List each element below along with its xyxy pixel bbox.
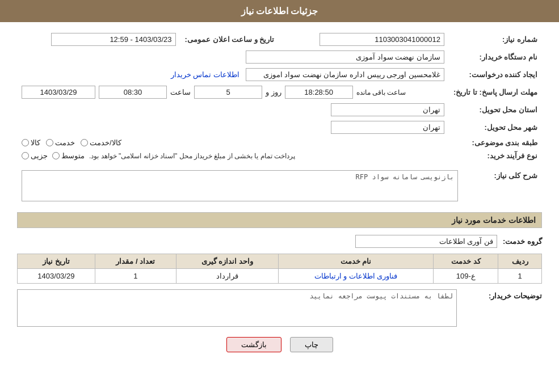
response-day: 5 bbox=[194, 86, 262, 99]
response-time: 08:30 bbox=[99, 86, 167, 99]
page-title: جزئیات اطلاعات نیاز bbox=[241, 6, 318, 16]
cell-qty: 1 bbox=[95, 269, 176, 284]
print-button[interactable]: چاپ bbox=[290, 337, 333, 352]
city-label: شهر محل تحویل: bbox=[449, 119, 542, 136]
page-wrapper: جزئیات اطلاعات نیاز شماره نیاز: 11030030… bbox=[0, 0, 559, 392]
requester-label: ایجاد کننده درخواست: bbox=[449, 66, 542, 83]
buyer-desc-label: توضیحات خریدار: bbox=[463, 289, 542, 300]
province-label: استان محل تحویل: bbox=[449, 101, 542, 119]
province-value: تهران bbox=[331, 103, 444, 116]
response-clock: 18:28:50 bbox=[285, 86, 353, 99]
announce-date-value: 1403/03/23 - 12:59 bbox=[51, 33, 176, 46]
response-deadline-label: مهلت ارسال پاسخ: تا تاریخ: bbox=[449, 83, 542, 101]
col-rownum: ردیف bbox=[498, 254, 542, 269]
col-unit: واحد اندازه گیری bbox=[176, 254, 278, 269]
general-desc-table: شرح کلی نیاز: bbox=[17, 168, 542, 205]
col-code: کد خدمت bbox=[434, 254, 498, 269]
table-row: 1 ع-109 فناوری اطلاعات و ارتباطات قراردا… bbox=[18, 269, 542, 284]
requester-value: غلامحسین اورجی رییس اداره سازمان نهضت سو… bbox=[246, 68, 444, 81]
response-deadline-row: ساعت باقی مانده 18:28:50 روز و 5 ساعت 08… bbox=[22, 86, 444, 99]
category-both-item: کالا/خدمت bbox=[81, 138, 121, 147]
col-qty: تعداد / مقدار bbox=[95, 254, 176, 269]
basic-info-table: شماره نیاز: 1103003041000012 تاریخ و ساع… bbox=[17, 31, 542, 162]
general-desc-input[interactable] bbox=[22, 170, 458, 201]
city-value: تهران bbox=[331, 121, 444, 134]
time-label: ساعت bbox=[170, 88, 191, 96]
service-group-row: گروه خدمت: فن آوری اطلاعات bbox=[17, 235, 542, 248]
purchase-medium-radio[interactable] bbox=[52, 152, 60, 159]
day-label: روز و bbox=[266, 88, 281, 96]
response-date: 1403/03/29 bbox=[22, 86, 95, 99]
category-goods-radio[interactable] bbox=[22, 139, 29, 146]
buyer-desc-input[interactable] bbox=[17, 289, 457, 327]
purchase-medium-label: متوسط bbox=[61, 151, 85, 160]
category-both-radio[interactable] bbox=[81, 139, 88, 146]
buyer-desc-content bbox=[17, 289, 457, 328]
category-goods-item: کالا bbox=[22, 138, 40, 147]
cell-rownum: 1 bbox=[498, 269, 542, 284]
buyer-desc-row: توضیحات خریدار: bbox=[17, 289, 542, 328]
category-both-label: کالا/خدمت bbox=[90, 138, 121, 147]
general-desc-label: شرح کلی نیاز: bbox=[463, 168, 542, 205]
category-radio-group: کالا/خدمت خدمت کالا bbox=[22, 138, 444, 147]
col-date: تاریخ نیاز bbox=[18, 254, 95, 269]
services-table: ردیف کد خدمت نام خدمت واحد اندازه گیری ت… bbox=[17, 254, 542, 284]
purchase-type-label: نوع فرآیند خرید: bbox=[449, 149, 542, 162]
buyer-org-label: نام دستگاه خریدار: bbox=[449, 48, 542, 66]
category-label: طبقه بندی موضوعی: bbox=[449, 136, 542, 149]
purchase-partial-item: جزیی bbox=[22, 151, 48, 160]
page-header: جزئیات اطلاعات نیاز bbox=[0, 0, 559, 22]
buyer-org-value: سازمان نهضت سواد آموزی bbox=[246, 50, 444, 64]
service-group-label: گروه خدمت: bbox=[503, 237, 542, 246]
cell-code: ع-109 bbox=[434, 269, 498, 284]
remain-label: ساعت باقی مانده bbox=[356, 88, 406, 96]
purchase-medium-item: متوسط bbox=[52, 151, 85, 160]
category-service-item: خدمت bbox=[46, 138, 75, 147]
cell-date: 1403/03/29 bbox=[18, 269, 95, 284]
purchase-partial-radio[interactable] bbox=[22, 152, 29, 159]
purchase-partial-label: جزیی bbox=[31, 151, 48, 160]
cell-name: فناوری اطلاعات و ارتباطات bbox=[279, 269, 434, 284]
services-section-title: اطلاعات خدمات مورد نیاز bbox=[17, 212, 542, 228]
announce-date-label: تاریخ و ساعت اعلان عمومی: bbox=[180, 31, 286, 48]
service-group-value: فن آوری اطلاعات bbox=[355, 235, 497, 248]
category-service-label: خدمت bbox=[55, 138, 75, 147]
need-number-value: 1103003041000012 bbox=[320, 33, 444, 46]
category-service-radio[interactable] bbox=[46, 139, 53, 146]
need-number-label: شماره نیاز: bbox=[449, 31, 542, 48]
col-name: نام خدمت bbox=[279, 254, 434, 269]
buttons-row: چاپ بازگشت bbox=[17, 337, 542, 352]
back-button[interactable]: بازگشت bbox=[226, 337, 281, 352]
category-goods-label: کالا bbox=[31, 138, 40, 147]
cell-unit: قرارداد bbox=[176, 269, 278, 284]
contact-info-link[interactable]: اطلاعات تماس خریدار bbox=[171, 70, 239, 79]
main-content: شماره نیاز: 1103003041000012 تاریخ و ساع… bbox=[0, 22, 559, 369]
purchase-note: پرداخت تمام یا بخشی از مبلغ خریداز محل "… bbox=[89, 152, 295, 160]
